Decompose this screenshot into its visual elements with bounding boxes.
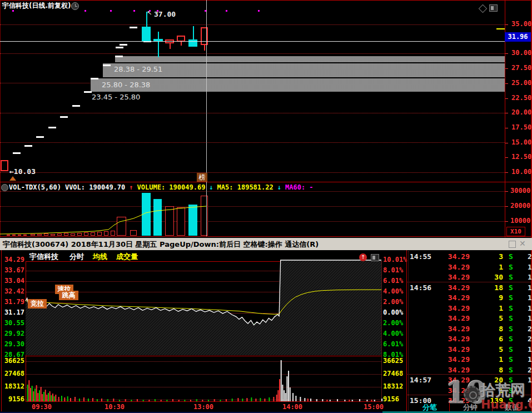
intraday-volume-bar xyxy=(255,399,256,401)
intraday-volume-bar xyxy=(260,398,261,401)
kvolume-bar-down xyxy=(153,199,162,236)
tdx-application: 宇信科技(日线.前复权) 31.96 ↖ 37.00 ←10.03 榜 X10 … xyxy=(0,0,532,413)
kvolume-bar-up xyxy=(78,233,82,236)
intraday-volume-bar xyxy=(322,399,323,401)
crosshair-vertical xyxy=(206,0,207,236)
intraday-volume-bar xyxy=(42,394,43,401)
kvolume-bar-up xyxy=(31,235,35,236)
window-panel-icon[interactable] xyxy=(489,4,498,12)
intraday-volume-bar xyxy=(107,399,108,401)
intraday-volume-bar xyxy=(172,399,173,401)
intraday-volume-bar xyxy=(125,399,126,401)
intraday-volume-bar xyxy=(251,397,252,401)
kvolume-bar-up xyxy=(13,235,16,236)
maximize-icon[interactable] xyxy=(509,241,516,248)
intraday-volume-bar xyxy=(88,399,89,401)
tape-divider xyxy=(406,250,407,411)
kvolume-bar-up xyxy=(177,208,185,236)
intraday-volume-bar xyxy=(381,399,382,401)
volume-scale-label: X10 xyxy=(506,227,525,236)
intraday-volume-bar xyxy=(214,399,215,401)
kvolume-bar-up xyxy=(84,233,88,236)
intraday-volume-bar xyxy=(92,398,93,401)
intraday-volume-bar xyxy=(202,400,203,401)
subwindow-titlebar[interactable]: 宇信科技(300674) 2018年11月30日 星期五 PageUp/Down… xyxy=(0,238,532,250)
intraday-volume-bar xyxy=(286,376,287,401)
intraday-panel-icon[interactable] xyxy=(371,254,379,261)
intraday-volume-bar xyxy=(237,398,238,401)
intraday-volume-bar xyxy=(284,390,285,401)
event-tag-jingla: 竞拉 xyxy=(28,299,47,308)
kvolume-bar-up xyxy=(58,234,62,236)
intraday-volume-bar xyxy=(101,399,102,401)
watermark-name: 拾荒网 xyxy=(480,380,525,400)
intraday-volume-bar xyxy=(49,391,51,401)
crosshair-horizontal xyxy=(0,41,505,42)
clock-icon[interactable] xyxy=(71,2,79,10)
intraday-volume-bar xyxy=(39,390,40,401)
bang-marker-tag: 榜 xyxy=(197,173,207,182)
kvolume-bar-up xyxy=(105,232,108,236)
intraday-volume-bar xyxy=(279,379,280,401)
intraday-volume-bar xyxy=(55,395,56,401)
kvolume-bar-up xyxy=(64,233,68,236)
intraday-volume-bar xyxy=(292,393,294,401)
intraday-volume-bar xyxy=(64,397,65,401)
intraday-volume-bar xyxy=(349,400,350,401)
intraday-volume-bar xyxy=(32,386,33,401)
intraday-volume-bar xyxy=(137,399,138,401)
intraday-volume-bar xyxy=(70,398,71,401)
kvolume-bar-up xyxy=(131,231,137,236)
intraday-volume-bar xyxy=(119,400,120,401)
intraday-volume-bar xyxy=(143,400,144,401)
kvolume-bar-up xyxy=(71,234,75,236)
intraday-volume-bar xyxy=(67,396,68,401)
kvolume-bar-up xyxy=(117,217,126,236)
tape-divider-dotted xyxy=(408,251,409,410)
intraday-volume-bar xyxy=(155,399,156,401)
kvolume-ma-line xyxy=(0,206,206,234)
intraday-volume-bar xyxy=(226,399,227,401)
kvolume-bar-up xyxy=(24,235,27,236)
intraday-volume-bar xyxy=(27,385,28,401)
intraday-volume-bar xyxy=(307,399,309,401)
intraday-volume-bar xyxy=(295,396,296,401)
intraday-volume-bar xyxy=(371,400,372,401)
intraday-volume-bar xyxy=(196,399,197,401)
intraday-volume-bar xyxy=(264,399,265,401)
intraday-volume-bar xyxy=(30,388,31,401)
intraday-volume-bar xyxy=(300,397,301,401)
intraday-volume-bar xyxy=(46,395,47,401)
up-circle-icon[interactable]: ↑ xyxy=(359,253,367,261)
intraday-volume-bar xyxy=(366,400,367,401)
kvolume-bar-up xyxy=(98,232,102,236)
intraday-volume-bar xyxy=(285,393,286,401)
intraday-volume-bar xyxy=(190,400,191,401)
kvolume-bar-up xyxy=(166,207,174,236)
intraday-volume-bar xyxy=(290,387,291,401)
intraday-volume-bar xyxy=(58,397,59,401)
intraday-volume-bar xyxy=(232,399,233,401)
intraday-volume-bar xyxy=(161,400,162,401)
intraday-volume-bar xyxy=(337,399,338,401)
close-icon[interactable]: ✕ xyxy=(519,239,526,248)
intraday-volume-bar xyxy=(83,397,84,401)
kvolume-bar-up xyxy=(111,231,115,236)
kvolume-bar-up xyxy=(18,235,21,236)
intraday-volume-bar xyxy=(28,380,29,401)
intraday-volume-bar xyxy=(242,399,243,401)
intraday-volume-bar xyxy=(54,396,55,401)
intraday-volume-bar xyxy=(359,399,360,401)
intraday-volume-bar xyxy=(41,387,42,401)
kvolume-bar-up xyxy=(51,235,55,236)
intraday-volume-bar xyxy=(36,385,37,401)
chart-canvas xyxy=(0,0,532,413)
crosshair-price-box: 31.96 xyxy=(505,32,531,42)
intraday-volume-bar xyxy=(34,389,36,401)
event-tag-tiaogao: 跳高 xyxy=(59,291,78,300)
intraday-volume-bar xyxy=(344,400,345,401)
intraday-volume-bar xyxy=(97,399,98,401)
watermark: 10 拾荒网 Huang.CN xyxy=(444,376,531,412)
intraday-volume-bar xyxy=(269,397,270,401)
intraday-volume-bar xyxy=(45,390,46,401)
